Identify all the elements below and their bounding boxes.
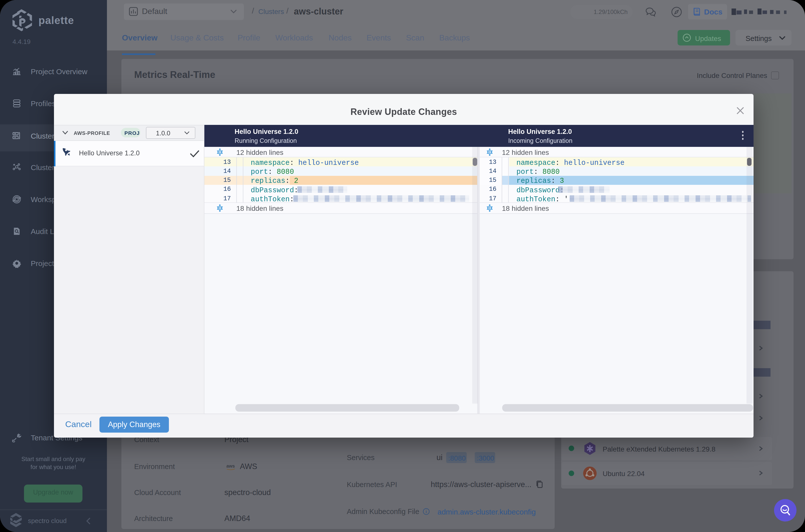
svg-text:aws: aws <box>226 463 235 469</box>
